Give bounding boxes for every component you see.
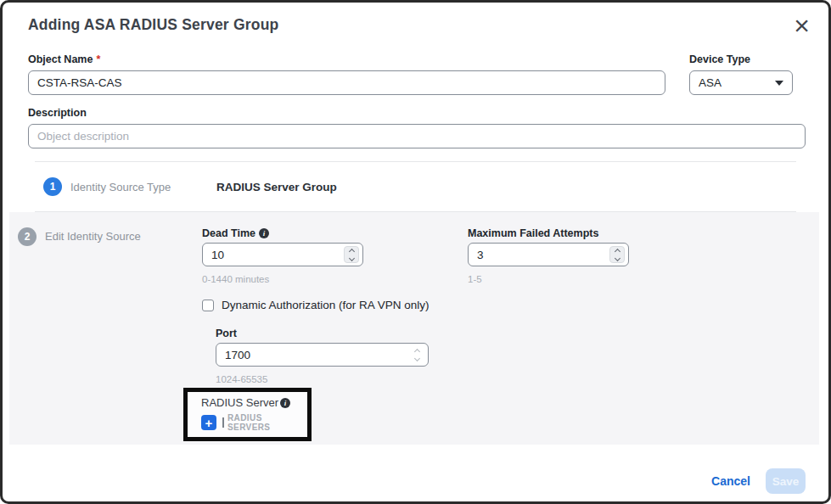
dead-time-input[interactable] [202, 243, 363, 266]
stepper-down-icon[interactable] [413, 355, 419, 361]
separator-bar [222, 417, 224, 428]
radius-server-label-row: RADIUS Server i [201, 396, 307, 409]
required-asterisk: * [96, 53, 100, 65]
port-group: Port 1024-65535 [216, 328, 429, 384]
port-label-text: Port [216, 328, 237, 339]
add-radius-server-row: + RADIUS SERVERS [201, 413, 307, 432]
step-1-value: RADIUS Server Group [216, 181, 337, 193]
info-icon[interactable]: i [259, 228, 269, 238]
max-failed-attempts-label: Maximum Failed Attempts [468, 227, 629, 239]
cancel-button[interactable]: Cancel [711, 474, 750, 488]
modal-footer: Cancel Save [3, 468, 828, 494]
modal-title: Adding ASA RADIUS Server Group [28, 16, 278, 34]
stepper-up-icon[interactable] [348, 248, 354, 254]
max-failed-attempts-label-text: Maximum Failed Attempts [468, 227, 598, 239]
stepper-up-icon[interactable] [614, 248, 620, 254]
device-type-label-text: Device Type [689, 53, 750, 65]
step-2-panel: 2 Edit Identity Source Dead Time i [9, 212, 819, 445]
stepper-down-icon[interactable] [348, 255, 354, 260]
close-icon[interactable]: × [794, 14, 810, 36]
dead-time-label-text: Dead Time [202, 227, 255, 239]
dead-time-label: Dead Time i [202, 227, 363, 239]
step-1-label: Identity Source Type [70, 181, 171, 193]
description-group: Description [28, 107, 806, 148]
dead-time-input-wrap [202, 243, 363, 266]
dynamic-auth-row: Dynamic Authorization (for RA VPN only) [202, 299, 811, 311]
stepper-up-icon[interactable] [413, 348, 419, 354]
max-failed-attempts-stepper[interactable] [609, 246, 625, 263]
radius-server-label: RADIUS Server [201, 396, 278, 409]
modal-header: Adding ASA RADIUS Server Group × [3, 3, 828, 36]
save-button[interactable]: Save [766, 468, 806, 494]
dead-time-group: Dead Time i 0-1440 minutes [202, 227, 363, 284]
object-name-label: Object Name * [28, 53, 665, 65]
stepper-down-icon[interactable] [614, 255, 620, 260]
step-2-badge: 2 [18, 227, 36, 246]
info-icon[interactable]: i [280, 398, 290, 408]
dead-time-stepper[interactable] [344, 246, 359, 263]
dynamic-auth-checkbox[interactable] [202, 300, 214, 311]
modal-dialog: Adding ASA RADIUS Server Group × Object … [0, 0, 831, 504]
dead-time-max-attempts-row: Dead Time i 0-1440 minutes Maximum [202, 227, 811, 284]
port-input-wrap [216, 343, 429, 367]
dead-time-hint: 0-1440 minutes [202, 274, 363, 284]
max-failed-attempts-hint: 1-5 [468, 274, 629, 284]
device-type-select[interactable]: ASA [689, 70, 793, 95]
dynamic-auth-label: Dynamic Authorization (for RA VPN only) [222, 299, 430, 311]
step-2-form: Dead Time i 0-1440 minutes Maximum [202, 227, 811, 445]
device-type-label: Device Type [689, 53, 793, 65]
add-icon[interactable]: + [201, 415, 216, 430]
object-name-label-text: Object Name [28, 53, 93, 65]
radius-server-annotation-box: RADIUS Server i + RADIUS SERVERS [183, 388, 312, 441]
port-stepper[interactable] [409, 346, 424, 363]
max-failed-attempts-group: Maximum Failed Attempts 1-5 [468, 227, 629, 284]
port-input[interactable] [216, 343, 429, 367]
step-1-row: 1 Identity Source Type RADIUS Server Gro… [28, 162, 806, 211]
device-type-group: Device Type ASA [689, 53, 793, 95]
max-failed-attempts-input-wrap [468, 243, 629, 266]
object-name-group: Object Name * [28, 53, 665, 95]
chevron-down-icon [775, 81, 783, 86]
max-failed-attempts-input[interactable] [468, 243, 629, 266]
description-input[interactable] [28, 124, 806, 148]
device-type-value: ASA [699, 76, 722, 89]
step-1-badge: 1 [43, 177, 62, 196]
step-2-row: 2 Edit Identity Source [18, 227, 202, 445]
description-label: Description [28, 107, 806, 119]
modal-body: Object Name * Device Type ASA Descriptio… [3, 53, 828, 212]
port-hint: 1024-65535 [216, 374, 429, 384]
description-label-text: Description [28, 107, 87, 119]
object-name-input[interactable] [28, 70, 665, 95]
radius-servers-button-label[interactable]: RADIUS SERVERS [227, 413, 307, 432]
port-label: Port [216, 328, 429, 339]
step-2-label: Edit Identity Source [45, 227, 141, 246]
name-device-row: Object Name * Device Type ASA [28, 53, 806, 95]
